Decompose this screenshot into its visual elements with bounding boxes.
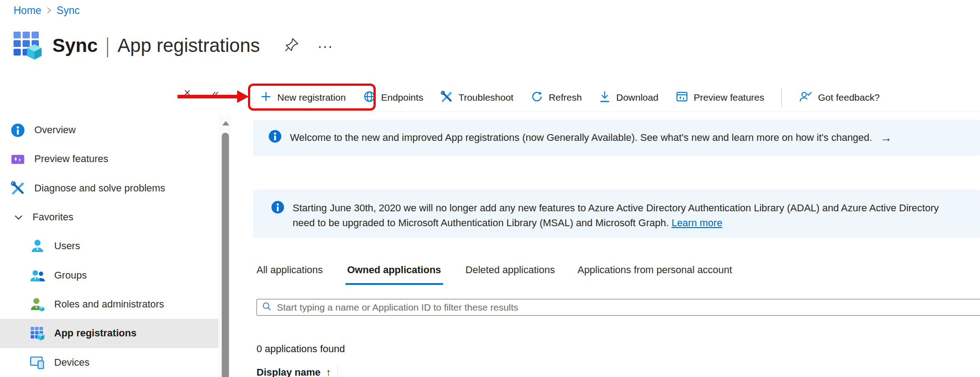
- welcome-banner: Welcome to the new and improved App regi…: [253, 120, 980, 156]
- tab-all-applications[interactable]: All applications: [257, 264, 323, 285]
- info-icon: [10, 122, 25, 138]
- breadcrumb: Home Sync: [14, 5, 80, 17]
- tab-owned-applications[interactable]: Owned applications: [345, 264, 443, 285]
- learn-more-link[interactable]: Learn more: [672, 217, 723, 228]
- tab-deleted-applications[interactable]: Deleted applications: [466, 264, 555, 285]
- info-icon: [268, 130, 282, 146]
- groups-icon: [30, 268, 45, 283]
- pin-icon[interactable]: [284, 37, 300, 55]
- info-icon: [271, 200, 285, 217]
- breadcrumb-sync-link[interactable]: Sync: [56, 5, 79, 17]
- sort-ascending-icon: ↑: [326, 367, 331, 377]
- adal-banner: Starting June 30th, 2020 we will no long…: [253, 190, 980, 238]
- sidebar-item-app-registrations[interactable]: App registrations: [0, 319, 219, 348]
- sidebar-item-roles[interactable]: Roles and administrators: [0, 290, 219, 319]
- endpoints-button[interactable]: Endpoints: [363, 90, 423, 105]
- adal-banner-line1: Starting June 30th, 2020 we will no long…: [293, 200, 939, 215]
- page-title: Sync | App registrations: [52, 33, 260, 58]
- blade-collapse-icon[interactable]: «: [212, 87, 219, 101]
- result-count: 0 applications found: [257, 343, 345, 355]
- app-registrations-page: Home Sync: [0, 0, 980, 377]
- command-bar: New registration Endpoints Troubleshoot: [253, 84, 980, 111]
- page-header: Sync | App registrations ...: [13, 29, 333, 62]
- tab-personal-account-applications[interactable]: Applications from personal account: [578, 264, 732, 285]
- sidebar-item-users[interactable]: Users: [0, 232, 219, 261]
- troubleshoot-button[interactable]: Troubleshoot: [440, 90, 513, 105]
- search-icon: [261, 301, 272, 314]
- scrollbar-thumb[interactable]: [222, 133, 229, 377]
- preview-features-toolbar-icon: [676, 90, 688, 105]
- app-registrations-icon: [30, 326, 45, 341]
- breadcrumb-chevron-icon: [46, 5, 52, 17]
- page-title-name: Sync: [52, 35, 98, 56]
- toolbar-divider: [781, 88, 782, 107]
- column-divider: [337, 367, 338, 377]
- page-title-section: App registrations: [117, 35, 260, 56]
- toolbar-rule: [251, 112, 980, 112]
- new-registration-button[interactable]: New registration: [253, 91, 346, 105]
- adal-banner-text: Starting June 30th, 2020 we will no long…: [293, 200, 939, 230]
- roles-icon: [30, 297, 45, 312]
- scrollbar-up-icon[interactable]: [222, 121, 229, 126]
- more-menu-icon[interactable]: ...: [318, 38, 333, 53]
- app-registrations-icon: [13, 29, 42, 62]
- devices-icon: [30, 355, 45, 370]
- download-icon: [599, 90, 611, 105]
- sidebar-nav: Overview Preview features D: [0, 116, 219, 377]
- download-button[interactable]: Download: [599, 90, 658, 105]
- users-icon: [30, 238, 45, 254]
- tools-icon: [440, 90, 453, 105]
- chevron-down-icon: [13, 209, 24, 225]
- globe-icon: [363, 90, 376, 105]
- sidebar-item-diagnose[interactable]: Diagnose and solve problems: [0, 174, 219, 203]
- sidebar-item-overview[interactable]: Overview: [0, 116, 219, 144]
- feedback-icon: [799, 90, 812, 105]
- annotation-arrow: [177, 95, 237, 98]
- plus-icon: [260, 91, 272, 105]
- tools-icon: [10, 181, 25, 196]
- page-title-separator: |: [102, 33, 113, 58]
- filter-search-box: [257, 299, 980, 316]
- display-name-column-header[interactable]: Display name ↑: [257, 367, 331, 377]
- got-feedback-button[interactable]: Got feedback?: [799, 90, 880, 105]
- sidebar-scrollbar[interactable]: [219, 116, 231, 377]
- sidebar-group-favorites[interactable]: Favorites: [0, 203, 219, 232]
- breadcrumb-home-link[interactable]: Home: [14, 5, 41, 17]
- refresh-icon: [531, 90, 543, 105]
- banner-arrow-icon[interactable]: →: [880, 131, 892, 145]
- preview-features-icon: [10, 151, 25, 167]
- application-tabs: All applications Owned applications Dele…: [257, 264, 732, 285]
- sidebar-item-devices[interactable]: Devices: [0, 348, 219, 377]
- adal-banner-line2: need to be upgraded to Microsoft Authent…: [293, 215, 939, 230]
- sidebar-item-preview-features[interactable]: Preview features: [0, 144, 219, 173]
- refresh-button[interactable]: Refresh: [531, 90, 582, 105]
- search-input[interactable]: [277, 302, 977, 313]
- preview-features-button[interactable]: Preview features: [676, 90, 764, 105]
- sidebar-item-groups[interactable]: Groups: [0, 261, 219, 290]
- welcome-banner-text: Welcome to the new and improved App regi…: [290, 132, 872, 144]
